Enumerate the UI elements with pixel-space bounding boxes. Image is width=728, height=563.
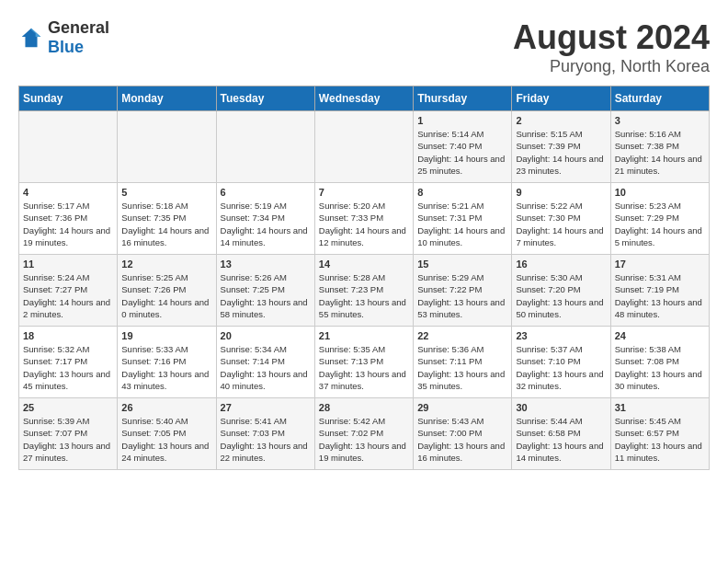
calendar-cell: 15Sunrise: 5:29 AM Sunset: 7:22 PM Dayli… [414,255,512,327]
calendar-week-2: 4Sunrise: 5:17 AM Sunset: 7:36 PM Daylig… [19,183,710,255]
logo-general-text: General [48,18,109,37]
day-number: 30 [516,402,606,413]
day-number: 28 [319,402,409,413]
day-number: 21 [319,330,409,341]
day-number: 3 [615,115,705,126]
calendar-cell: 31Sunrise: 5:45 AM Sunset: 6:57 PM Dayli… [610,398,709,470]
column-header-sunday: Sunday [19,86,118,111]
calendar-week-3: 11Sunrise: 5:24 AM Sunset: 7:27 PM Dayli… [19,255,710,327]
day-info: Sunrise: 5:28 AM Sunset: 7:23 PM Dayligh… [319,271,409,320]
calendar-cell: 18Sunrise: 5:32 AM Sunset: 7:17 PM Dayli… [19,327,118,398]
calendar-cell: 9Sunrise: 5:22 AM Sunset: 7:30 PM Daylig… [512,183,610,255]
day-number: 16 [516,259,606,270]
calendar-cell: 4Sunrise: 5:17 AM Sunset: 7:36 PM Daylig… [19,183,118,255]
column-header-saturday: Saturday [610,86,709,111]
calendar-cell: 28Sunrise: 5:42 AM Sunset: 7:02 PM Dayli… [314,398,413,470]
logo-blue-text: Blue [48,38,84,56]
day-info: Sunrise: 5:19 AM Sunset: 7:34 PM Dayligh… [221,200,311,248]
day-info: Sunrise: 5:20 AM Sunset: 7:33 PM Dayligh… [319,200,409,248]
day-info: Sunrise: 5:31 AM Sunset: 7:19 PM Dayligh… [615,271,705,320]
calendar-cell: 11Sunrise: 5:24 AM Sunset: 7:27 PM Dayli… [19,255,118,327]
day-info: Sunrise: 5:33 AM Sunset: 7:16 PM Dayligh… [121,343,211,392]
day-number: 23 [516,330,606,341]
calendar-cell: 5Sunrise: 5:18 AM Sunset: 7:35 PM Daylig… [118,183,216,255]
logo-icon [18,25,44,51]
calendar-week-4: 18Sunrise: 5:32 AM Sunset: 7:17 PM Dayli… [19,327,710,398]
day-number: 31 [615,402,705,413]
day-number: 25 [23,402,113,413]
day-info: Sunrise: 5:29 AM Sunset: 7:22 PM Dayligh… [417,271,507,320]
calendar-cell: 13Sunrise: 5:26 AM Sunset: 7:25 PM Dayli… [216,255,314,327]
calendar-cell: 22Sunrise: 5:36 AM Sunset: 7:11 PM Dayli… [414,327,512,398]
day-info: Sunrise: 5:38 AM Sunset: 7:08 PM Dayligh… [615,343,705,392]
calendar-cell: 30Sunrise: 5:44 AM Sunset: 6:58 PM Dayli… [512,398,610,470]
calendar-header-row: SundayMondayTuesdayWednesdayThursdayFrid… [19,86,710,111]
calendar-cell [19,111,118,183]
calendar-cell: 12Sunrise: 5:25 AM Sunset: 7:26 PM Dayli… [118,255,216,327]
calendar-cell: 19Sunrise: 5:33 AM Sunset: 7:16 PM Dayli… [118,327,216,398]
day-info: Sunrise: 5:22 AM Sunset: 7:30 PM Dayligh… [516,200,606,248]
calendar-cell: 24Sunrise: 5:38 AM Sunset: 7:08 PM Dayli… [610,327,709,398]
day-number: 8 [417,187,507,198]
page-header: General Blue August 2024 Puryong, North … [18,18,710,76]
day-info: Sunrise: 5:26 AM Sunset: 7:25 PM Dayligh… [221,271,311,320]
day-info: Sunrise: 5:41 AM Sunset: 7:03 PM Dayligh… [221,415,311,464]
day-number: 7 [319,187,409,198]
day-number: 19 [121,330,211,341]
day-number: 11 [23,259,113,270]
day-number: 17 [615,259,705,270]
day-number: 5 [121,187,211,198]
day-number: 13 [221,259,311,270]
calendar-cell: 16Sunrise: 5:30 AM Sunset: 7:20 PM Dayli… [512,255,610,327]
calendar-cell: 3Sunrise: 5:16 AM Sunset: 7:38 PM Daylig… [610,111,709,183]
calendar-body: 1Sunrise: 5:14 AM Sunset: 7:40 PM Daylig… [19,111,710,470]
calendar-table: SundayMondayTuesdayWednesdayThursdayFrid… [18,86,710,470]
calendar-cell: 14Sunrise: 5:28 AM Sunset: 7:23 PM Dayli… [314,255,413,327]
calendar-cell: 8Sunrise: 5:21 AM Sunset: 7:31 PM Daylig… [414,183,512,255]
day-number: 6 [221,187,311,198]
column-header-wednesday: Wednesday [314,86,413,111]
column-header-thursday: Thursday [414,86,512,111]
calendar-cell [118,111,216,183]
day-info: Sunrise: 5:16 AM Sunset: 7:38 PM Dayligh… [615,128,705,177]
day-info: Sunrise: 5:15 AM Sunset: 7:39 PM Dayligh… [516,128,606,177]
calendar-cell: 27Sunrise: 5:41 AM Sunset: 7:03 PM Dayli… [216,398,314,470]
day-number: 29 [417,402,507,413]
day-number: 9 [516,187,606,198]
day-number: 14 [319,259,409,270]
column-header-friday: Friday [512,86,610,111]
day-info: Sunrise: 5:37 AM Sunset: 7:10 PM Dayligh… [516,343,606,392]
calendar-cell: 2Sunrise: 5:15 AM Sunset: 7:39 PM Daylig… [512,111,610,183]
calendar-cell: 7Sunrise: 5:20 AM Sunset: 7:33 PM Daylig… [314,183,413,255]
day-number: 22 [417,330,507,341]
day-number: 18 [23,330,113,341]
day-info: Sunrise: 5:25 AM Sunset: 7:26 PM Dayligh… [121,271,211,320]
calendar-cell: 20Sunrise: 5:34 AM Sunset: 7:14 PM Dayli… [216,327,314,398]
day-info: Sunrise: 5:42 AM Sunset: 7:02 PM Dayligh… [319,415,409,464]
day-info: Sunrise: 5:23 AM Sunset: 7:29 PM Dayligh… [615,200,705,248]
calendar-cell: 6Sunrise: 5:19 AM Sunset: 7:34 PM Daylig… [216,183,314,255]
day-info: Sunrise: 5:39 AM Sunset: 7:07 PM Dayligh… [23,415,113,464]
day-info: Sunrise: 5:44 AM Sunset: 6:58 PM Dayligh… [516,415,606,464]
calendar-cell: 29Sunrise: 5:43 AM Sunset: 7:00 PM Dayli… [414,398,512,470]
day-number: 2 [516,115,606,126]
day-info: Sunrise: 5:21 AM Sunset: 7:31 PM Dayligh… [417,200,507,248]
calendar-cell: 21Sunrise: 5:35 AM Sunset: 7:13 PM Dayli… [314,327,413,398]
day-info: Sunrise: 5:43 AM Sunset: 7:00 PM Dayligh… [417,415,507,464]
day-info: Sunrise: 5:35 AM Sunset: 7:13 PM Dayligh… [319,343,409,392]
day-number: 20 [221,330,311,341]
day-number: 10 [615,187,705,198]
title-block: August 2024 Puryong, North Korea [513,18,710,76]
location-title: Puryong, North Korea [513,57,710,76]
calendar-cell: 23Sunrise: 5:37 AM Sunset: 7:10 PM Dayli… [512,327,610,398]
day-number: 24 [615,330,705,341]
day-info: Sunrise: 5:36 AM Sunset: 7:11 PM Dayligh… [417,343,507,392]
day-info: Sunrise: 5:40 AM Sunset: 7:05 PM Dayligh… [121,415,211,464]
logo: General Blue [18,18,109,57]
day-number: 1 [417,115,507,126]
calendar-cell: 10Sunrise: 5:23 AM Sunset: 7:29 PM Dayli… [610,183,709,255]
calendar-cell: 25Sunrise: 5:39 AM Sunset: 7:07 PM Dayli… [19,398,118,470]
day-number: 27 [221,402,311,413]
day-info: Sunrise: 5:32 AM Sunset: 7:17 PM Dayligh… [23,343,113,392]
calendar-cell [216,111,314,183]
